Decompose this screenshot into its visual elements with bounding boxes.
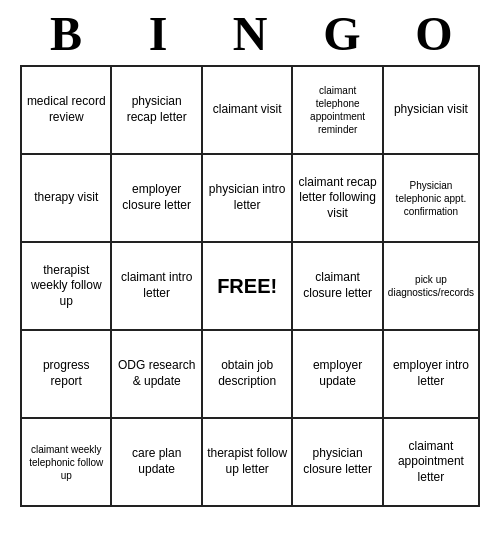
header-i: I [118, 6, 198, 61]
bingo-cell-18[interactable]: employer update [293, 331, 383, 419]
header-g: G [302, 6, 382, 61]
bingo-cell-8[interactable]: claimant recap letter following visit [293, 155, 383, 243]
bingo-cell-16[interactable]: ODG research & update [112, 331, 202, 419]
bingo-cell-15[interactable]: progress report [22, 331, 112, 419]
bingo-cell-3[interactable]: claimant telephone appointment reminder [293, 67, 383, 155]
bingo-cell-4[interactable]: physician visit [384, 67, 480, 155]
bingo-cell-19[interactable]: employer intro letter [384, 331, 480, 419]
bingo-cell-24[interactable]: claimant appointment letter [384, 419, 480, 507]
bingo-cell-2[interactable]: claimant visit [203, 67, 293, 155]
bingo-cell-17[interactable]: obtain job description [203, 331, 293, 419]
bingo-cell-0[interactable]: medical record review [22, 67, 112, 155]
bingo-cell-13[interactable]: claimant closure letter [293, 243, 383, 331]
bingo-cell-14[interactable]: pick up diagnostics/records [384, 243, 480, 331]
bingo-cell-1[interactable]: physician recap letter [112, 67, 202, 155]
bingo-cell-11[interactable]: claimant intro letter [112, 243, 202, 331]
bingo-cell-10[interactable]: therapist weekly follow up [22, 243, 112, 331]
bingo-cell-9[interactable]: Physician telephonic appt. confirmation [384, 155, 480, 243]
bingo-cell-23[interactable]: physician closure letter [293, 419, 383, 507]
bingo-cell-7[interactable]: physician intro letter [203, 155, 293, 243]
bingo-cell-20[interactable]: claimant weekly telephonic follow up [22, 419, 112, 507]
bingo-header: B I N G O [20, 0, 480, 65]
header-o: O [394, 6, 474, 61]
bingo-cell-6[interactable]: employer closure letter [112, 155, 202, 243]
header-b: B [26, 6, 106, 61]
bingo-cell-22[interactable]: therapist follow up letter [203, 419, 293, 507]
bingo-cell-21[interactable]: care plan update [112, 419, 202, 507]
header-n: N [210, 6, 290, 61]
bingo-cell-12[interactable]: FREE! [203, 243, 293, 331]
bingo-grid: medical record reviewphysician recap let… [20, 65, 480, 507]
bingo-cell-5[interactable]: therapy visit [22, 155, 112, 243]
